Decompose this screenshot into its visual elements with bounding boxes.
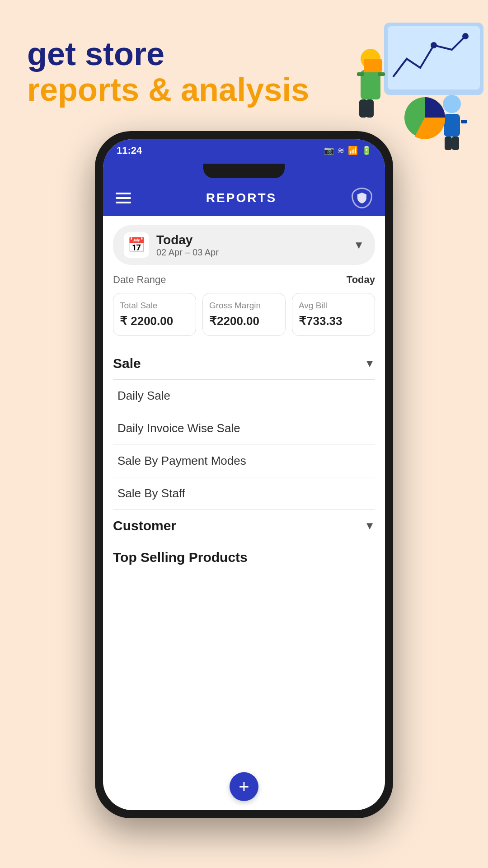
hamburger-line bbox=[116, 202, 131, 203]
customer-section-dropdown[interactable]: Customer ▼ bbox=[113, 509, 375, 542]
app-title: REPORTS bbox=[206, 191, 277, 205]
wifi-icon: ≋ bbox=[338, 146, 344, 156]
date-picker-left: 📅 Today 02 Apr – 03 Apr bbox=[124, 232, 219, 258]
svg-rect-16 bbox=[452, 137, 459, 150]
customer-section-label: Customer bbox=[113, 518, 176, 533]
avg-bill-value: ₹733.33 bbox=[299, 314, 368, 328]
daily-sale-item[interactable]: Daily Sale bbox=[113, 380, 375, 412]
svg-rect-6 bbox=[357, 72, 364, 76]
svg-point-2 bbox=[431, 42, 437, 48]
daily-invoice-wise-sale-item[interactable]: Daily Invoice Wise Sale bbox=[113, 412, 375, 445]
date-info: Today 02 Apr – 03 Apr bbox=[156, 233, 219, 258]
top-products-label: Top Selling Products bbox=[113, 550, 375, 565]
notch-area bbox=[103, 162, 385, 180]
top-products-section: Top Selling Products bbox=[113, 542, 375, 578]
svg-rect-15 bbox=[445, 137, 452, 150]
sale-section-dropdown[interactable]: Sale ▼ bbox=[113, 348, 375, 380]
svg-rect-7 bbox=[378, 72, 385, 76]
chevron-down-icon: ▼ bbox=[353, 239, 364, 251]
date-range-label: Date Range bbox=[113, 274, 166, 286]
camera-icon: 📷 bbox=[324, 146, 334, 156]
headline-line2: reports & analysis bbox=[27, 72, 309, 108]
battery-icon: 🔋 bbox=[361, 146, 371, 156]
svg-point-11 bbox=[443, 95, 461, 113]
status-bar: 11:24 📷 ≋ 📶 🔋 bbox=[103, 139, 385, 162]
notch bbox=[203, 164, 285, 178]
gross-margin-value: ₹2200.00 bbox=[209, 314, 279, 328]
hamburger-line bbox=[116, 193, 131, 194]
customer-chevron-icon: ▼ bbox=[364, 519, 375, 532]
hamburger-menu-icon[interactable] bbox=[116, 193, 131, 203]
sale-by-payment-modes-item[interactable]: Sale By Payment Modes bbox=[113, 445, 375, 477]
app-content: 📅 Today 02 Apr – 03 Apr ▼ Date Range Tod… bbox=[103, 216, 385, 810]
date-picker[interactable]: 📅 Today 02 Apr – 03 Apr ▼ bbox=[113, 225, 375, 265]
avg-bill-card: Avg Bill ₹733.33 bbox=[292, 293, 375, 336]
sale-menu-items: Daily Sale Daily Invoice Wise Sale Sale … bbox=[113, 380, 375, 509]
sale-by-staff-item[interactable]: Sale By Staff bbox=[113, 477, 375, 509]
status-time: 11:24 bbox=[117, 145, 142, 156]
gross-margin-card: Gross Margin ₹2200.00 bbox=[202, 293, 286, 336]
headline-line1: get store bbox=[27, 36, 309, 72]
status-icons: 📷 ≋ 📶 🔋 bbox=[324, 146, 371, 156]
date-range-value: Today bbox=[347, 274, 375, 286]
phone-frame: 11:24 📷 ≋ 📶 🔋 REPORTS bbox=[95, 131, 393, 818]
fab-plus-icon: + bbox=[239, 777, 249, 797]
svg-rect-9 bbox=[366, 99, 374, 118]
stats-row: Total Sale ₹ 2200.00 Gross Margin ₹2200.… bbox=[113, 293, 375, 336]
svg-rect-13 bbox=[461, 120, 467, 123]
gross-margin-label: Gross Margin bbox=[209, 301, 279, 311]
hamburger-line bbox=[116, 197, 131, 199]
total-sale-card: Total Sale ₹ 2200.00 bbox=[113, 293, 196, 336]
svg-point-3 bbox=[462, 33, 469, 39]
total-sale-value: ₹ 2200.00 bbox=[120, 314, 189, 328]
avg-bill-label: Avg Bill bbox=[299, 301, 368, 311]
date-range-row: Date Range Today bbox=[113, 274, 375, 286]
date-info-title: Today bbox=[156, 233, 219, 247]
signal-icon: 📶 bbox=[348, 146, 358, 156]
date-info-sub: 02 Apr – 03 Apr bbox=[156, 247, 219, 258]
fab-button[interactable]: + bbox=[230, 772, 258, 801]
shield-icon[interactable] bbox=[352, 188, 372, 208]
app-header: REPORTS bbox=[103, 180, 385, 216]
sale-chevron-icon: ▼ bbox=[364, 357, 375, 370]
headline-container: get store reports & analysis bbox=[27, 36, 309, 108]
svg-rect-12 bbox=[444, 114, 460, 137]
total-sale-label: Total Sale bbox=[120, 301, 189, 311]
svg-rect-10 bbox=[364, 59, 382, 72]
sale-section-label: Sale bbox=[113, 356, 141, 371]
calendar-icon: 📅 bbox=[124, 232, 149, 258]
phone-screen: 11:24 📷 ≋ 📶 🔋 REPORTS bbox=[103, 139, 385, 810]
